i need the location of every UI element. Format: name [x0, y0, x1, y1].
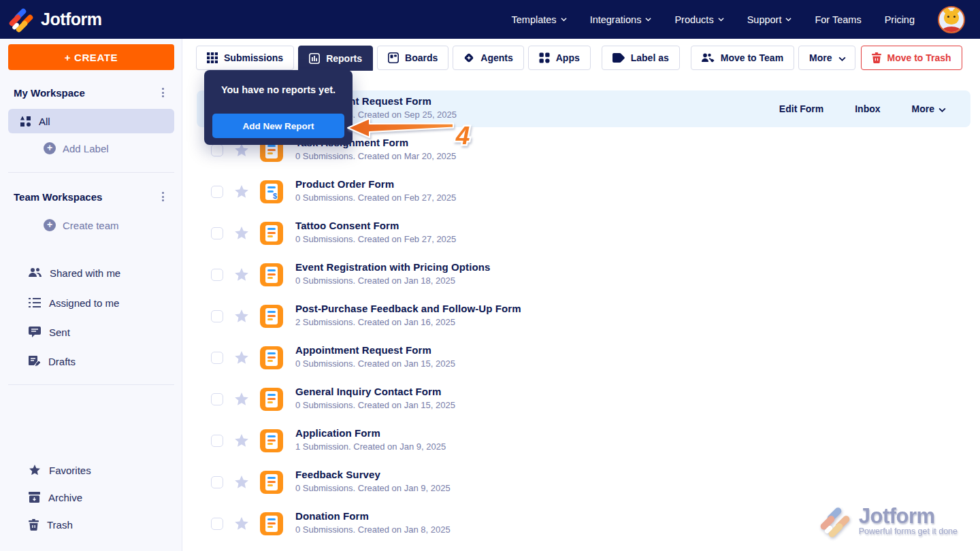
row-action-more[interactable]: More — [912, 103, 945, 114]
jotform-logo[interactable]: Jotform — [14, 10, 102, 30]
sidebar-item-archive[interactable]: Archive — [29, 489, 82, 505]
form-meta: 0 Submissions. Created on Jan 15, 2025 — [295, 358, 455, 369]
row-actions: Edit FormInboxMore — [779, 90, 945, 127]
form-row[interactable]: $ Product Order Form 0 Submissions. Crea… — [197, 173, 970, 210]
bar-chart-icon — [309, 53, 320, 64]
form-title[interactable]: Tattoo Consent Form — [295, 220, 456, 231]
chevron-down-icon — [561, 16, 567, 22]
nav-integrations[interactable]: Integrations — [590, 14, 652, 25]
submissions-button[interactable]: Submissions — [196, 46, 294, 70]
row-checkbox[interactable] — [211, 518, 223, 530]
form-meta: 0 Submissions. Created on Feb 27, 2025 — [295, 234, 456, 244]
form-row[interactable]: $ General Inquiry Contact Form 0 Submiss… — [197, 381, 970, 418]
row-checkbox[interactable] — [211, 227, 223, 239]
row-checkbox[interactable] — [211, 435, 223, 447]
star-icon[interactable] — [234, 475, 249, 490]
user-avatar[interactable] — [938, 6, 965, 33]
move-to-team-button[interactable]: Move to Team — [691, 46, 794, 70]
label-as-button[interactable]: Label as — [602, 46, 680, 70]
all-forms-icon — [20, 116, 31, 127]
row-checkbox[interactable] — [211, 393, 223, 405]
form-row[interactable]: $ Post-Purchase Feedback and Follow-Up F… — [197, 298, 970, 335]
form-title[interactable]: Feedback Survey — [295, 469, 451, 480]
nav-for-teams[interactable]: For Teams — [815, 14, 861, 25]
row-checkbox[interactable] — [211, 310, 223, 322]
apps-button[interactable]: Apps — [528, 46, 591, 70]
row-checkbox[interactable] — [211, 269, 223, 281]
form-title[interactable]: Product Order Form — [295, 178, 456, 190]
form-row[interactable]: $ Tattoo Consent Form 0 Submissions. Cre… — [197, 215, 970, 252]
star-icon[interactable] — [234, 392, 249, 407]
watermark-brand: Jotform — [859, 507, 958, 526]
form-meta: 1 Submission. Created on Jan 9, 2025 — [295, 441, 446, 452]
form-meta: 0 Submissions. Created on Jan 8, 2025 — [295, 524, 451, 535]
form-title[interactable]: Post-Purchase Feedback and Follow-Up For… — [295, 303, 521, 314]
chat-icon — [29, 327, 41, 337]
form-icon: $ — [260, 346, 283, 369]
form-icon: $ — [260, 305, 283, 328]
grid-icon — [207, 52, 218, 63]
reports-button[interactable]: Reports — [298, 46, 373, 71]
sidebar-item-sent[interactable]: Sent — [29, 324, 70, 340]
row-checkbox[interactable] — [211, 186, 223, 198]
create-team-button[interactable]: + Create team — [44, 219, 119, 231]
apps-icon — [539, 52, 550, 63]
sidebar-item-trash[interactable]: Trash — [29, 516, 73, 533]
form-icon: $ — [260, 388, 283, 411]
form-icon: $ — [260, 180, 283, 203]
add-label-button[interactable]: + Add Label — [44, 142, 109, 154]
row-checkbox[interactable] — [211, 476, 223, 488]
jotform-watermark: Jotform Powerful forms get it done — [825, 507, 958, 536]
forms-toolbar: Submissions Reports Boards Agents Apps L… — [196, 46, 962, 71]
jotform-my-forms-page: Jotform Templates Integrations Products … — [0, 0, 980, 551]
form-row[interactable]: $ Feedback Survey 0 Submissions. Created… — [197, 464, 970, 501]
star-icon[interactable] — [234, 226, 249, 241]
star-icon[interactable] — [234, 184, 249, 199]
star-icon[interactable] — [234, 433, 249, 448]
form-title[interactable]: General Inquiry Contact Form — [295, 386, 455, 397]
sidebar-item-favorites[interactable]: Favorites — [29, 462, 91, 478]
move-to-trash-button[interactable]: Move to Trash — [861, 46, 962, 70]
kebab-menu-icon[interactable] — [157, 190, 169, 203]
nav-products[interactable]: Products — [674, 14, 723, 25]
sidebar-item-all[interactable]: All — [8, 109, 174, 133]
row-checkbox[interactable] — [211, 144, 223, 156]
row-action-edit-form[interactable]: Edit Form — [779, 103, 823, 114]
kebab-menu-icon[interactable] — [157, 86, 169, 99]
star-icon[interactable] — [234, 350, 249, 365]
jotform-logo-text: Jotform — [41, 10, 102, 29]
star-icon[interactable] — [234, 143, 249, 158]
add-new-report-button[interactable]: Add New Report — [212, 114, 344, 138]
more-button[interactable]: More — [798, 46, 855, 70]
chevron-down-icon — [718, 16, 724, 22]
form-icon: $ — [260, 222, 283, 245]
sidebar-item-drafts[interactable]: Drafts — [29, 353, 76, 369]
star-icon[interactable] — [234, 267, 249, 282]
sidebar-item-shared-with-me[interactable]: Shared with me — [29, 265, 120, 281]
sidebar-divider — [8, 172, 174, 173]
form-row[interactable]: $ Appointment Request Form 0 Submissions… — [197, 339, 970, 376]
form-title[interactable]: Event Registration with Pricing Options — [295, 261, 490, 273]
sidebar-item-assigned-to-me[interactable]: Assigned to me — [29, 295, 119, 311]
row-checkbox[interactable] — [211, 352, 223, 364]
team-workspaces-title: Team Workspaces — [14, 191, 102, 203]
form-row[interactable]: $ Application Form 1 Submission. Created… — [197, 422, 970, 459]
create-button[interactable]: + CREATE — [8, 44, 174, 70]
boards-button[interactable]: Boards — [377, 46, 448, 70]
form-icon: $ — [260, 512, 283, 535]
nav-templates[interactable]: Templates — [512, 14, 567, 25]
jotform-watermark-icon — [825, 508, 852, 535]
star-icon[interactable] — [234, 309, 249, 324]
nav-pricing[interactable]: Pricing — [885, 14, 915, 25]
row-action-inbox[interactable]: Inbox — [855, 103, 880, 114]
form-title[interactable]: Appointment Request Form — [295, 344, 455, 356]
star-icon[interactable] — [234, 516, 249, 531]
form-title[interactable]: Application Form — [295, 427, 446, 439]
form-title[interactable]: Donation Form — [295, 510, 451, 522]
plus-circle-icon: + — [44, 219, 56, 231]
nav-support[interactable]: Support — [747, 14, 792, 25]
form-row[interactable]: $ Event Registration with Pricing Option… — [197, 256, 970, 293]
move-team-icon — [702, 53, 715, 63]
label-tag-icon — [612, 53, 625, 63]
agents-button[interactable]: Agents — [453, 46, 523, 70]
